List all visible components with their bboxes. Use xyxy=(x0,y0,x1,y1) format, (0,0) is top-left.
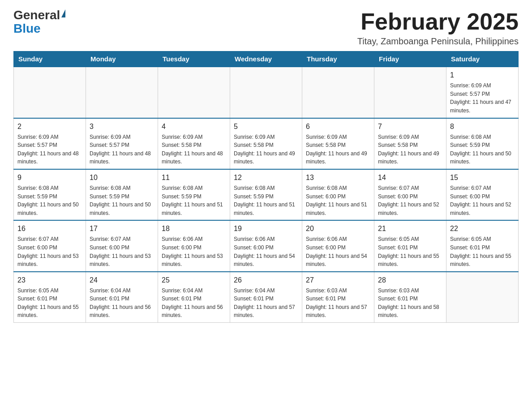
table-row: 15Sunrise: 6:07 AM Sunset: 6:00 PM Dayli… xyxy=(446,169,519,220)
table-row: 10Sunrise: 6:08 AM Sunset: 5:59 PM Dayli… xyxy=(86,169,158,220)
table-row: 23Sunrise: 6:05 AM Sunset: 6:01 PM Dayli… xyxy=(14,272,86,323)
logo-blue: Blue xyxy=(13,21,41,36)
col-thursday: Thursday xyxy=(302,51,374,67)
day-info: Sunrise: 6:08 AM Sunset: 5:59 PM Dayligh… xyxy=(234,184,298,217)
logo-triangle-icon xyxy=(61,9,65,17)
day-number: 26 xyxy=(234,275,298,286)
col-wednesday: Wednesday xyxy=(230,51,302,67)
day-info: Sunrise: 6:08 AM Sunset: 5:59 PM Dayligh… xyxy=(162,184,226,217)
day-info: Sunrise: 6:06 AM Sunset: 6:00 PM Dayligh… xyxy=(306,235,370,268)
day-info: Sunrise: 6:09 AM Sunset: 5:58 PM Dayligh… xyxy=(378,133,442,166)
day-info: Sunrise: 6:09 AM Sunset: 5:57 PM Dayligh… xyxy=(90,133,154,166)
col-saturday: Saturday xyxy=(446,51,519,67)
table-row: 6Sunrise: 6:09 AM Sunset: 5:58 PM Daylig… xyxy=(302,118,374,169)
col-sunday: Sunday xyxy=(14,51,86,67)
day-number: 23 xyxy=(17,275,82,286)
table-row: 9Sunrise: 6:08 AM Sunset: 5:59 PM Daylig… xyxy=(14,169,86,220)
day-info: Sunrise: 6:09 AM Sunset: 5:58 PM Dayligh… xyxy=(162,133,226,166)
day-info: Sunrise: 6:05 AM Sunset: 6:01 PM Dayligh… xyxy=(450,235,515,268)
day-info: Sunrise: 6:09 AM Sunset: 5:58 PM Dayligh… xyxy=(234,133,298,166)
day-info: Sunrise: 6:06 AM Sunset: 6:00 PM Dayligh… xyxy=(234,235,298,268)
table-row xyxy=(230,67,302,118)
table-row: 20Sunrise: 6:06 AM Sunset: 6:00 PM Dayli… xyxy=(302,220,374,271)
table-row: 27Sunrise: 6:03 AM Sunset: 6:01 PM Dayli… xyxy=(302,272,374,323)
day-info: Sunrise: 6:09 AM Sunset: 5:58 PM Dayligh… xyxy=(306,133,370,166)
calendar-table: Sunday Monday Tuesday Wednesday Thursday… xyxy=(13,51,519,323)
table-row: 14Sunrise: 6:07 AM Sunset: 6:00 PM Dayli… xyxy=(374,169,446,220)
day-info: Sunrise: 6:08 AM Sunset: 5:59 PM Dayligh… xyxy=(450,133,515,166)
page-header: General Blue February 2025 Titay, Zamboa… xyxy=(13,9,519,47)
day-info: Sunrise: 6:07 AM Sunset: 6:00 PM Dayligh… xyxy=(90,235,154,268)
table-row: 11Sunrise: 6:08 AM Sunset: 5:59 PM Dayli… xyxy=(158,169,230,220)
day-info: Sunrise: 6:06 AM Sunset: 6:00 PM Dayligh… xyxy=(162,235,226,268)
calendar-week-row: 1Sunrise: 6:09 AM Sunset: 5:57 PM Daylig… xyxy=(14,67,519,118)
table-row xyxy=(86,67,158,118)
day-info: Sunrise: 6:04 AM Sunset: 6:01 PM Dayligh… xyxy=(90,287,154,320)
table-row: 16Sunrise: 6:07 AM Sunset: 6:00 PM Dayli… xyxy=(14,220,86,271)
logo-general: General xyxy=(13,9,60,21)
table-row xyxy=(302,67,374,118)
day-number: 14 xyxy=(378,172,442,183)
table-row: 25Sunrise: 6:04 AM Sunset: 6:01 PM Dayli… xyxy=(158,272,230,323)
day-number: 20 xyxy=(306,223,370,234)
day-number: 17 xyxy=(90,223,154,234)
col-tuesday: Tuesday xyxy=(158,51,230,67)
table-row: 8Sunrise: 6:08 AM Sunset: 5:59 PM Daylig… xyxy=(446,118,519,169)
day-info: Sunrise: 6:03 AM Sunset: 6:01 PM Dayligh… xyxy=(306,287,370,320)
day-number: 12 xyxy=(234,172,298,183)
day-info: Sunrise: 6:04 AM Sunset: 6:01 PM Dayligh… xyxy=(162,287,226,320)
day-number: 15 xyxy=(450,172,515,183)
day-number: 5 xyxy=(234,121,298,132)
month-title: February 2025 xyxy=(357,9,519,34)
table-row: 24Sunrise: 6:04 AM Sunset: 6:01 PM Dayli… xyxy=(86,272,158,323)
table-row: 3Sunrise: 6:09 AM Sunset: 5:57 PM Daylig… xyxy=(86,118,158,169)
table-row xyxy=(14,67,86,118)
day-info: Sunrise: 6:09 AM Sunset: 5:57 PM Dayligh… xyxy=(17,133,82,166)
calendar-week-row: 16Sunrise: 6:07 AM Sunset: 6:00 PM Dayli… xyxy=(14,220,519,271)
day-info: Sunrise: 6:08 AM Sunset: 6:00 PM Dayligh… xyxy=(306,184,370,217)
table-row: 5Sunrise: 6:09 AM Sunset: 5:58 PM Daylig… xyxy=(230,118,302,169)
table-row: 12Sunrise: 6:08 AM Sunset: 5:59 PM Dayli… xyxy=(230,169,302,220)
day-number: 7 xyxy=(378,121,442,132)
day-info: Sunrise: 6:07 AM Sunset: 6:00 PM Dayligh… xyxy=(378,184,442,217)
table-row: 26Sunrise: 6:04 AM Sunset: 6:01 PM Dayli… xyxy=(230,272,302,323)
table-row xyxy=(374,67,446,118)
day-info: Sunrise: 6:07 AM Sunset: 6:00 PM Dayligh… xyxy=(450,184,515,217)
day-number: 21 xyxy=(378,223,442,234)
title-section: February 2025 Titay, Zamboanga Peninsula… xyxy=(357,9,519,47)
day-number: 18 xyxy=(162,223,226,234)
day-number: 10 xyxy=(90,172,154,183)
day-info: Sunrise: 6:03 AM Sunset: 6:01 PM Dayligh… xyxy=(378,287,442,320)
logo: General Blue xyxy=(13,9,65,36)
table-row: 18Sunrise: 6:06 AM Sunset: 6:00 PM Dayli… xyxy=(158,220,230,271)
day-info: Sunrise: 6:09 AM Sunset: 5:57 PM Dayligh… xyxy=(450,81,515,115)
day-info: Sunrise: 6:08 AM Sunset: 5:59 PM Dayligh… xyxy=(90,184,154,217)
table-row: 21Sunrise: 6:05 AM Sunset: 6:01 PM Dayli… xyxy=(374,220,446,271)
day-number: 9 xyxy=(17,172,82,183)
day-number: 1 xyxy=(450,70,515,81)
col-monday: Monday xyxy=(86,51,158,67)
calendar-week-row: 23Sunrise: 6:05 AM Sunset: 6:01 PM Dayli… xyxy=(14,272,519,323)
calendar-week-row: 9Sunrise: 6:08 AM Sunset: 5:59 PM Daylig… xyxy=(14,169,519,220)
calendar-header-row: Sunday Monday Tuesday Wednesday Thursday… xyxy=(14,51,519,67)
day-number: 28 xyxy=(378,275,442,286)
day-number: 27 xyxy=(306,275,370,286)
table-row xyxy=(446,272,519,323)
day-number: 19 xyxy=(234,223,298,234)
day-number: 3 xyxy=(90,121,154,132)
table-row: 7Sunrise: 6:09 AM Sunset: 5:58 PM Daylig… xyxy=(374,118,446,169)
day-info: Sunrise: 6:08 AM Sunset: 5:59 PM Dayligh… xyxy=(17,184,82,217)
table-row: 13Sunrise: 6:08 AM Sunset: 6:00 PM Dayli… xyxy=(302,169,374,220)
day-number: 11 xyxy=(162,172,226,183)
day-info: Sunrise: 6:07 AM Sunset: 6:00 PM Dayligh… xyxy=(17,235,82,268)
table-row: 22Sunrise: 6:05 AM Sunset: 6:01 PM Dayli… xyxy=(446,220,519,271)
day-number: 25 xyxy=(162,275,226,286)
day-info: Sunrise: 6:05 AM Sunset: 6:01 PM Dayligh… xyxy=(17,287,82,320)
table-row: 4Sunrise: 6:09 AM Sunset: 5:58 PM Daylig… xyxy=(158,118,230,169)
day-number: 13 xyxy=(306,172,370,183)
day-info: Sunrise: 6:05 AM Sunset: 6:01 PM Dayligh… xyxy=(378,235,442,268)
day-number: 8 xyxy=(450,121,515,132)
col-friday: Friday xyxy=(374,51,446,67)
table-row: 19Sunrise: 6:06 AM Sunset: 6:00 PM Dayli… xyxy=(230,220,302,271)
day-number: 6 xyxy=(306,121,370,132)
